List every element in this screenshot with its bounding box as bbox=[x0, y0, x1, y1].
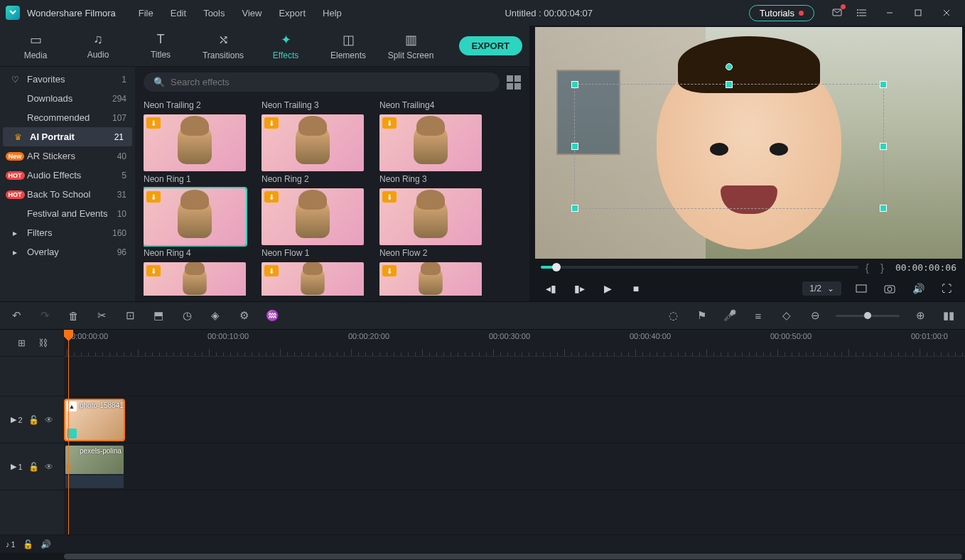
track-header-2[interactable]: ▶2 🔓 👁 bbox=[0, 397, 64, 443]
track-2[interactable]: ▲ photo-158841 bbox=[64, 397, 965, 443]
tab-titles[interactable]: TTitles bbox=[132, 28, 189, 65]
tab-elements[interactable]: ◫Elements bbox=[320, 28, 377, 65]
split-button[interactable]: ✂ bbox=[94, 308, 109, 323]
menu-edit[interactable]: Edit bbox=[163, 5, 193, 21]
timeline-ruler[interactable]: 00:00:00:00 00:00:10:00 00:00:20:00 00:0… bbox=[64, 330, 965, 357]
marker-button[interactable]: ⚑ bbox=[694, 308, 709, 323]
close-button[interactable] bbox=[934, 3, 959, 23]
export-button[interactable]: EXPORT bbox=[459, 36, 522, 55]
tab-effects[interactable]: ✦Effects bbox=[257, 28, 314, 65]
preview-zoom-select[interactable]: 1/2⌄ bbox=[802, 281, 841, 296]
mark-brackets[interactable]: { } bbox=[866, 262, 888, 274]
messages-button[interactable] bbox=[826, 3, 848, 23]
duration-button[interactable]: ◷ bbox=[179, 308, 195, 323]
caret-right-icon: ▸ bbox=[9, 228, 21, 238]
effect-item[interactable]: ⬇Neon Ring 2 bbox=[262, 114, 364, 184]
resize-handle[interactable] bbox=[880, 143, 887, 150]
effect-item[interactable]: ⬇Neon Ring 3 bbox=[379, 114, 482, 184]
effect-item[interactable]: ⬇ bbox=[144, 262, 246, 296]
quality-button[interactable] bbox=[853, 280, 870, 297]
sidebar-item-overlay[interactable]: ▸Overlay96 bbox=[0, 242, 135, 262]
maximize-button[interactable] bbox=[905, 3, 931, 23]
lock-icon[interactable]: 🔓 bbox=[23, 539, 33, 549]
timeline-scrollbar[interactable] bbox=[0, 553, 965, 560]
add-track-button[interactable]: ⊞ bbox=[14, 335, 29, 351]
sidebar-item-downloads[interactable]: Downloads294 bbox=[0, 89, 135, 108]
new-badge: New bbox=[6, 152, 25, 161]
chevron-down-icon: ⌄ bbox=[827, 284, 834, 294]
preview-viewport[interactable] bbox=[535, 27, 962, 259]
minimize-button[interactable] bbox=[877, 3, 902, 23]
sidebar-item-festival[interactable]: Festival and Events10 bbox=[0, 204, 135, 223]
tasklist-button[interactable] bbox=[851, 3, 874, 23]
delete-button[interactable]: 🗑 bbox=[65, 308, 81, 323]
sidebar-item-ai-portrait[interactable]: ♛AI Portrait21 bbox=[3, 127, 132, 146]
effect-item[interactable]: ⬇ bbox=[262, 262, 364, 296]
lock-icon[interactable]: 🔓 bbox=[28, 462, 39, 472]
zoom-slider[interactable] bbox=[836, 315, 900, 317]
sidebar-item-audio-effects[interactable]: HOTAudio Effects5 bbox=[0, 166, 135, 185]
playhead[interactable] bbox=[68, 330, 69, 534]
zoom-in-button[interactable]: ⊕ bbox=[912, 308, 928, 323]
sidebar-item-recommended[interactable]: Recommended107 bbox=[0, 108, 135, 127]
tab-media[interactable]: ▭Media bbox=[7, 28, 64, 65]
view-grid-button[interactable] bbox=[507, 75, 521, 90]
tutorials-button[interactable]: Tutorials bbox=[749, 5, 814, 21]
effect-item[interactable]: ⬇Neon Flow 1 bbox=[262, 188, 364, 258]
timeline-tracks[interactable]: 00:00:00:00 00:00:10:00 00:00:20:00 00:0… bbox=[64, 330, 965, 534]
menu-tools[interactable]: Tools bbox=[196, 5, 232, 21]
sidebar-item-ar-stickers[interactable]: NewAR Stickers40 bbox=[0, 146, 135, 166]
voiceover-button[interactable]: 🎤 bbox=[722, 308, 738, 323]
zoom-out-button[interactable]: ⊖ bbox=[807, 308, 823, 323]
speaker-icon[interactable]: 🔊 bbox=[41, 539, 51, 549]
adjust-button[interactable]: ⚙ bbox=[236, 308, 252, 323]
audio-waveform-button[interactable]: ♒ bbox=[264, 308, 280, 323]
volume-button[interactable]: 🔊 bbox=[910, 280, 927, 297]
menu-file[interactable]: File bbox=[131, 5, 161, 21]
fullscreen-button[interactable]: ⛶ bbox=[938, 280, 955, 297]
clip-video[interactable]: ✂ pexels-polina bbox=[65, 446, 124, 488]
keyframe-button[interactable]: ◇ bbox=[779, 308, 794, 323]
mixer-button[interactable]: ≡ bbox=[750, 308, 766, 323]
tab-transitions[interactable]: ⤭Transitions bbox=[195, 28, 252, 65]
sidebar-item-back-to-school[interactable]: HOTBack To School31 bbox=[0, 185, 135, 204]
menu-export[interactable]: Export bbox=[271, 5, 313, 21]
color-button[interactable]: ◈ bbox=[207, 308, 223, 323]
clip-photo[interactable]: ▲ photo-158841 bbox=[65, 400, 124, 440]
track-headers: ⊞ ⛓ ▶2 🔓 👁 ▶1 🔓 👁 bbox=[0, 330, 64, 534]
eye-icon[interactable]: 👁 bbox=[45, 462, 53, 472]
track-1[interactable]: ✂ pexels-polina bbox=[64, 443, 965, 490]
stop-button[interactable]: ■ bbox=[627, 280, 645, 297]
progress-slider[interactable] bbox=[541, 266, 858, 269]
effects-content: ◀ 🔍 Neon Trailing 2 Neon Trailing 3 Neon… bbox=[135, 67, 529, 301]
link-button[interactable]: ⛓ bbox=[35, 335, 50, 351]
track-header-1[interactable]: ▶1 🔓 👁 bbox=[0, 443, 64, 490]
play-button[interactable]: ▶ bbox=[599, 280, 616, 297]
sidebar-item-filters[interactable]: ▸Filters160 bbox=[0, 223, 135, 242]
effect-item-selected[interactable]: ⬇Neon Ring 4 bbox=[144, 188, 246, 258]
effect-item[interactable]: ⬇ bbox=[379, 262, 482, 296]
prev-frame-button[interactable]: ◂▮ bbox=[542, 280, 559, 297]
tab-audio[interactable]: ♫Audio bbox=[70, 28, 126, 65]
sidebar-item-favorites[interactable]: ♡Favorites1 bbox=[0, 70, 135, 89]
eye-icon[interactable]: 👁 bbox=[45, 415, 53, 425]
tab-split-screen[interactable]: ▥Split Screen bbox=[382, 28, 439, 65]
menu-help[interactable]: Help bbox=[316, 5, 349, 21]
effect-item[interactable]: ⬇Neon Flow 2 bbox=[379, 188, 482, 258]
resize-handle[interactable] bbox=[880, 205, 887, 212]
crop-button[interactable]: ⊡ bbox=[122, 308, 138, 323]
lock-icon[interactable]: 🔓 bbox=[28, 415, 39, 425]
snapshot-button[interactable] bbox=[881, 280, 898, 297]
speed-button[interactable]: ⬒ bbox=[151, 308, 166, 323]
undo-button[interactable]: ↶ bbox=[9, 308, 24, 323]
module-tabs: ▭Media ♫Audio TTitles ⤭Transitions ✦Effe… bbox=[0, 26, 529, 67]
resize-handle[interactable] bbox=[880, 81, 887, 88]
next-frame-button[interactable]: ▮▸ bbox=[571, 280, 588, 297]
effect-item[interactable]: ⬇Neon Ring 1 bbox=[144, 114, 246, 184]
search-input-container[interactable]: 🔍 bbox=[144, 72, 500, 92]
menu-view[interactable]: View bbox=[234, 5, 269, 21]
redo-button[interactable]: ↷ bbox=[37, 308, 53, 323]
zoom-fit-button[interactable]: ▮▮ bbox=[941, 308, 956, 323]
render-button[interactable]: ◌ bbox=[665, 308, 681, 323]
search-input[interactable] bbox=[171, 77, 490, 87]
